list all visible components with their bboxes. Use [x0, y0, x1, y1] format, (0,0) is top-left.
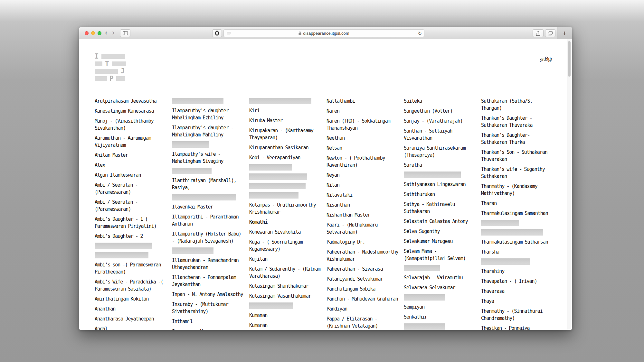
victim-name: Naren	[327, 107, 399, 115]
name-column: NallathambiNarenNaren (TRO) - Sokkalinga…	[327, 97, 399, 330]
victim-name: Thenmathy - (Sinnathurai Chandramathy)	[481, 308, 554, 322]
victim-name: Kirupakaran - (Kanthasamy Thayaparan)	[249, 127, 322, 141]
victim-name: Kulasingam Vasanthakumar	[249, 292, 322, 300]
victim-name: Ilavenkai Master	[172, 203, 245, 210]
logo-row: T	[95, 61, 126, 66]
victim-name: Sathiyanesan Lingeswaran	[404, 181, 477, 188]
name-column: Ilamparuthy's daughter - Mahalingham Ezh…	[172, 97, 245, 330]
victim-name: Nilan	[327, 181, 399, 189]
victim-name: Kanesalingam Kanesarasa	[95, 107, 167, 115]
victim-name: Ambi / Seeralan - (Parameswaran)	[95, 181, 167, 196]
victim-name: Newton - ( Poothathamby Raventhiran)	[327, 154, 399, 169]
victim-name: Ilanthiraiyan (Marshall), Rasiya,	[172, 177, 245, 191]
scrollbar-thumb[interactable]	[568, 41, 571, 77]
victim-name: Anantharasa Jeyatheepan	[95, 315, 167, 322]
forward-button[interactable]: ›	[110, 29, 117, 38]
logo-row: P	[95, 76, 126, 81]
victim-name: Iraamasamy Naagarasa	[172, 328, 245, 330]
redacted-name	[172, 141, 209, 148]
victim-name: Kumaran	[249, 322, 322, 329]
new-tab-button[interactable]: +	[557, 27, 572, 39]
tamil-language-link[interactable]: தமிழ்	[540, 55, 552, 62]
redacted-name	[172, 247, 213, 254]
sidebar-icon	[123, 31, 128, 35]
victim-name: Senkathir	[404, 313, 477, 320]
victim-name: Naren (TRO) - Sokkalingam Thananshayan	[327, 117, 399, 132]
victim-name: Thankan's wife - Suganthy Suthakaran	[481, 166, 554, 180]
logo-letter: T	[105, 61, 109, 66]
victim-name: Tharan	[481, 200, 554, 207]
victim-name: Ambi's son -( Parameswaran Piratheepan)	[95, 261, 167, 275]
logo-letter: I	[95, 54, 99, 59]
redacted-name	[404, 323, 445, 330]
padlock-icon	[298, 32, 301, 35]
logo-letter: P	[109, 76, 114, 81]
victim-name: Thesikan - Ponnaiya Thirunesan	[481, 325, 554, 330]
redacted-name	[481, 220, 519, 226]
victim-name: Ambi's Daughter - 1 ( Parameswaran Piriy…	[95, 216, 167, 230]
victim-name: Aaramuthan - Aarumugam Vijiyaratnam	[95, 135, 167, 149]
close-window-button[interactable]	[85, 31, 89, 35]
logo-redacted-bar	[95, 69, 118, 74]
back-button[interactable]: ‹	[103, 29, 110, 38]
victim-name: Kiri	[249, 107, 322, 114]
victim-name: Nelsan	[327, 144, 399, 152]
url-display: disappearance.itjpsl.com	[224, 30, 424, 37]
minimize-window-button[interactable]	[91, 31, 95, 35]
refresh-icon[interactable]: ↻	[418, 31, 422, 36]
tabs-icon	[548, 31, 553, 35]
name-column: SailekaSangeethan (Volter)Sanjay - (Vara…	[404, 97, 477, 330]
name-column: KiriKiruba MasterKirupakaran - (Kanthasa…	[249, 97, 322, 330]
redacted-name	[249, 192, 298, 199]
zoom-window-button[interactable]	[98, 31, 101, 35]
redacted-name	[249, 302, 293, 309]
victim-name: Neyan	[327, 172, 399, 179]
victim-name: Kirupananthan Sasikaran	[249, 144, 322, 151]
victim-name: Illamurukan - Ramachandran Uthayachandra…	[172, 257, 245, 271]
victim-name: Paheerathan - Sivarasa	[327, 265, 399, 273]
victim-name: Pandiyan	[327, 305, 399, 312]
redacted-name	[95, 252, 148, 258]
victim-name: Ilampauthy's wife - Mahalingham Sivaginy	[172, 151, 245, 165]
victim-name: Thavapalan - ( Irivan)	[481, 278, 554, 285]
logo-row: I	[95, 54, 126, 59]
tab-overview-button[interactable]	[545, 29, 555, 37]
victim-name: Saratha	[404, 162, 477, 169]
victim-name: Nallathambi	[327, 97, 399, 105]
victim-name: Kobi - Veerapandiyan	[249, 154, 322, 161]
victim-name: Arulpirakasam Jeevasutha	[95, 97, 167, 105]
victim-name: Kiruba Master	[249, 117, 322, 124]
scrollbar-track[interactable]	[567, 39, 571, 330]
victim-name: Inpan - N. Antony Amalasothy	[172, 291, 245, 298]
victim-name: Kujilan	[249, 255, 322, 263]
victim-name: Pappa / Elilarasan - (Krishnan Velalagan…	[327, 315, 399, 330]
victim-name: Suthakaran (Sutha/S. Thangan)	[481, 97, 554, 112]
redacted-name	[95, 243, 152, 249]
victim-name: Selva Suganthy	[404, 228, 477, 235]
victim-name: Selvam Mama - (Kanapathipillai Selvam)	[404, 248, 477, 262]
address-bar[interactable]: disappearance.itjpsl.com ↻	[223, 29, 424, 37]
victim-name: Ilamparuthy's daughter - Mahalingham Ezh…	[172, 107, 245, 121]
share-icon	[536, 31, 540, 36]
redacted-name	[172, 168, 212, 174]
victim-name: Sathya - Kathiravelu Suthakaran	[404, 201, 477, 215]
logo-redacted-bar	[95, 61, 102, 66]
extension-icon	[215, 31, 219, 36]
victim-name: Illamparuthy (Holster Babu) - (Nadarajah…	[172, 230, 245, 245]
redacted-name	[481, 229, 543, 236]
victim-name: Thankan's Son - Suthakaran Thuvarakan	[481, 149, 554, 163]
sidebar-toggle-button[interactable]	[120, 29, 130, 37]
victim-name: Sangeethan (Volter)	[404, 107, 477, 115]
itjp-logo[interactable]: ITJP	[95, 54, 126, 84]
victim-name: Paari - (Muthukumaru Selvaratnam)	[327, 221, 399, 236]
victim-name: Paheerathan - Nadeshamoorthy Vishnukumar	[327, 248, 399, 263]
logo-redacted-bar	[101, 54, 125, 59]
share-button[interactable]	[533, 29, 544, 37]
logo-redacted-bar	[112, 61, 126, 66]
victim-name: Ahilan Master	[95, 152, 167, 159]
extension-button[interactable]	[212, 29, 222, 37]
victim-name: Saileka	[404, 97, 477, 105]
browser-toolbar: ‹ › disappearance.itjpsl.com ↻	[79, 27, 572, 39]
victim-name: Illamparithi - Paranthaman Anthanan	[172, 213, 245, 227]
victim-name: Alex	[95, 162, 167, 169]
